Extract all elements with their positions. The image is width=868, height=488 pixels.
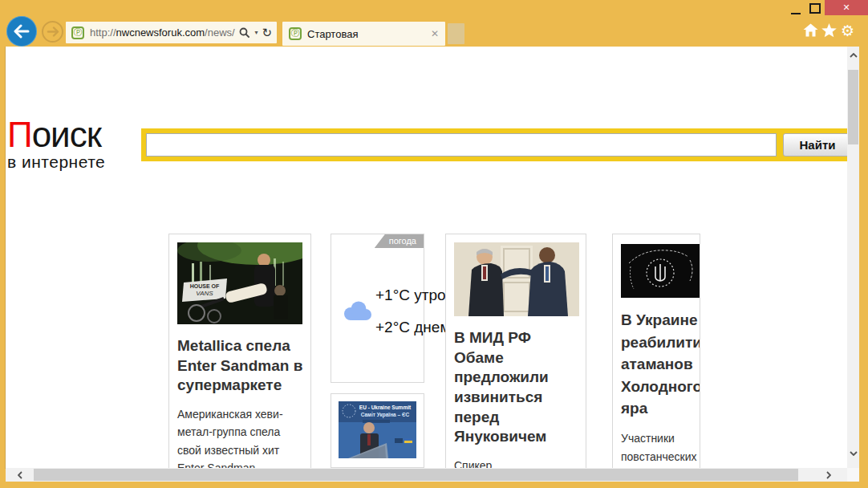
scrollbar-corner [847,468,859,482]
site-logo: Поиск в интернете [7,117,140,170]
maximize-button[interactable] [809,3,821,14]
tab-title: Стартовая [307,28,431,40]
news-card-eu-summit[interactable]: EU - Ukraine Summit Саміт Україна – ЄС [331,393,424,468]
back-arrow-icon [13,24,30,39]
url-scheme: http:// [90,26,116,39]
tab-close-icon[interactable]: ✕ [431,28,439,39]
news-card-mid-rf[interactable]: В МИД РФ Обаме предложили извиниться пер… [445,234,586,468]
news-snippet: Участники повстанческих отрядов Холодноя… [621,429,698,468]
logo-title: Поиск [7,117,140,152]
vertical-scroll-thumb[interactable] [848,70,858,144]
vertical-scrollbar[interactable] [847,47,859,468]
tab-favicon-icon: Ⓟ [289,27,302,40]
search-bar: Найти [141,128,847,161]
scroll-down-icon[interactable] [847,448,859,459]
tab-startovaya[interactable]: Ⓟ Стартовая ✕ [282,22,445,46]
site-favicon-icon: Ⓟ [71,26,84,39]
logo-subtitle: в интернете [7,153,140,170]
home-button[interactable] [803,23,818,40]
forward-button[interactable] [42,21,63,43]
scroll-left-icon[interactable] [14,468,26,482]
cloud-icon [341,301,373,322]
news-card-metallica[interactable]: HOUSE OF VANS Metallica спела Enter Sand… [168,234,311,468]
weather-day-temp: +2°С днем [375,319,450,336]
yanukovych-obama-image [454,242,579,316]
metallica-concert-image: HOUSE OF VANS [177,242,302,324]
weather-morning-temp: +1°С утром [375,287,456,304]
new-tab-button[interactable] [448,23,464,44]
svg-text:VANS: VANS [196,290,213,297]
svg-text:HOUSE OF: HOUSE OF [190,283,220,289]
settings-button[interactable]: ⚙ [841,22,854,39]
svg-text:Саміт Україна – ЄС: Саміт Україна – ЄС [361,412,410,418]
browser-chrome: Ⓟ http://nwcnewsforuk.com/news/ ▾ ↻ Ⓟ Ст… [0,0,868,47]
weather-card[interactable]: погода +1°С утром +2°С днем [331,234,424,383]
news-title[interactable]: В Украине реабилитировали атаманов Холод… [621,309,698,420]
url-text[interactable]: http://nwcnewsforuk.com/news/ [90,26,239,39]
refresh-icon[interactable]: ↻ [262,26,272,40]
minimize-button[interactable] [786,2,805,14]
weather-tag-ribbon: погода [375,234,424,248]
close-button[interactable]: ✕ [825,0,868,15]
logo-initial: П [7,115,32,154]
url-path: /news/ [205,26,235,39]
forward-arrow-icon [47,26,59,37]
svg-text:EU - Ukraine Summit: EU - Ukraine Summit [359,405,412,410]
kholodny-yar-flag-image [621,244,700,298]
search-icon[interactable] [239,27,250,39]
search-submit-button[interactable]: Найти [783,133,847,157]
address-bar[interactable]: Ⓟ http://nwcnewsforuk.com/news/ ▾ ↻ [66,22,277,43]
favorites-button[interactable] [821,23,837,41]
url-domain: nwcnewsforuk.com [116,26,205,39]
back-button[interactable] [6,16,37,47]
news-card-kholodny-yar[interactable]: В Украине реабилитировали атаманов Холод… [612,234,700,468]
logo-rest: оиск [32,115,101,154]
news-snippet: Американская хеви-метал-группа спела сво… [177,405,306,468]
home-icon [803,23,818,37]
horizontal-scrollbar[interactable] [6,468,847,482]
eu-ukraine-summit-image: EU - Ukraine Summit Саміт Україна – ЄС [339,401,416,458]
scroll-up-icon[interactable] [847,50,859,61]
news-title[interactable]: В МИД РФ Обаме предложили извиниться пер… [454,328,581,447]
page-content: Поиск в интернете Найти HOUSE OF VANS [6,45,847,468]
star-icon [821,23,837,38]
news-snippet: Спикер дипломатического ведомства проком… [454,457,590,468]
search-input[interactable] [146,133,777,157]
search-caret-icon[interactable]: ▾ [254,29,258,36]
news-title[interactable]: Metallica спела Enter Sandman в супермар… [177,336,304,396]
horizontal-scroll-thumb[interactable] [34,469,798,481]
scroll-right-icon[interactable] [822,468,835,482]
